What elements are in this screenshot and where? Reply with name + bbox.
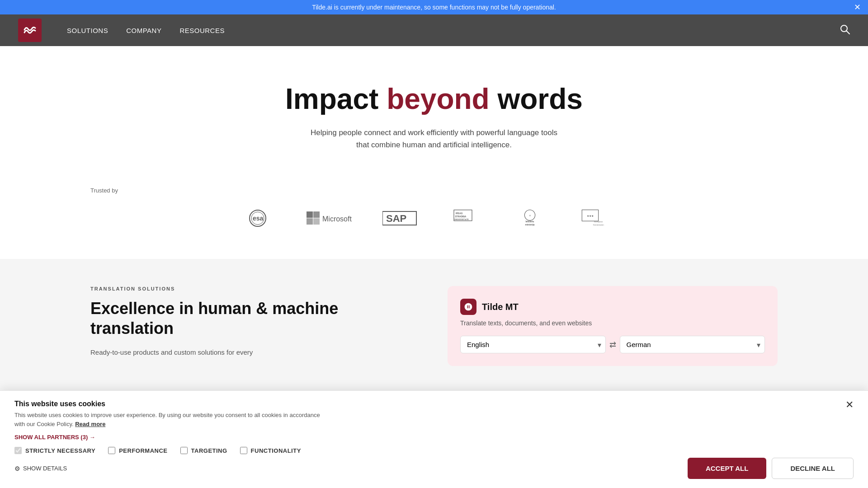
tilde-mt-icon xyxy=(460,299,476,315)
partner-microsoft: Microsoft xyxy=(307,205,361,232)
logo[interactable] xyxy=(18,19,42,42)
svg-text:ministrija: ministrija xyxy=(525,224,535,226)
svg-text:European: European xyxy=(594,221,603,223)
trusted-section: Trusted by esa Microsoft SAP xyxy=(0,178,868,259)
from-language-wrapper: English German French Spanish Latvian xyxy=(460,336,606,353)
translation-solutions-title: Excellence in human & machine translatio… xyxy=(90,299,420,338)
logo-text xyxy=(22,21,38,40)
hero-headline-after: words xyxy=(490,83,583,115)
hero-subtext-line2: that combine human and artificial intell… xyxy=(356,141,512,149)
hero-subtext: Helping people connect and work efficien… xyxy=(18,127,850,151)
tilde-mt-title: Tilde MT xyxy=(482,302,519,312)
svg-text:⚜: ⚜ xyxy=(529,214,531,217)
hero-headline-highlight: beyond xyxy=(387,83,490,115)
svg-text:STRADIŅA: STRADIŅA xyxy=(455,216,466,218)
to-language-wrapper: German English French Spanish Latvian xyxy=(620,336,765,353)
tilde-mt-header: Tilde MT xyxy=(460,299,765,315)
svg-line-1 xyxy=(847,31,850,34)
hero-headline-before: Impact xyxy=(285,83,387,115)
svg-text:Microsoft: Microsoft xyxy=(322,215,352,223)
nav-solutions[interactable]: SOLUTIONS xyxy=(60,23,115,38)
svg-rect-7 xyxy=(307,218,313,225)
svg-text:★★★: ★★★ xyxy=(587,215,594,218)
translation-solutions-label: TRANSLATION SOLUTIONS xyxy=(90,286,420,291)
nav-resources[interactable]: RESOURCES xyxy=(172,23,232,38)
svg-text:SAP: SAP xyxy=(386,213,406,224)
svg-rect-6 xyxy=(313,211,320,218)
trusted-label: Trusted by xyxy=(18,187,850,194)
nav-company[interactable]: COMPANY xyxy=(119,23,169,38)
svg-rect-8 xyxy=(313,218,320,225)
partner-iekšlietu: ⚜ Iekšlietu ministrija xyxy=(507,205,552,232)
maintenance-close-button[interactable]: ✕ xyxy=(854,2,861,12)
translation-solutions-section: TRANSLATION SOLUTIONS Excellence in huma… xyxy=(0,259,868,393)
header: SOLUTIONS COMPANY RESOURCES xyxy=(0,14,868,46)
partner-sap: SAP xyxy=(382,205,419,232)
search-button[interactable] xyxy=(840,24,850,37)
svg-text:RĪGAS: RĪGAS xyxy=(456,212,463,215)
tilde-mt-subtitle: Translate texts, documents, and even web… xyxy=(460,319,765,327)
from-language-select[interactable]: English German French Spanish Latvian xyxy=(460,336,606,353)
partner-esa: esa xyxy=(249,205,285,232)
partner-eu: ★★★ European Commission xyxy=(574,205,619,232)
swap-languages-button[interactable]: ⇄ xyxy=(609,340,616,350)
translation-solutions-right: Tilde MT Translate texts, documents, and… xyxy=(448,286,778,366)
translation-solutions-desc: Ready-to-use products and custom solutio… xyxy=(90,347,420,358)
cookie-banner: This website uses cookies This website u… xyxy=(0,390,868,393)
hero-subtext-line1: Helping people connect and work efficien… xyxy=(311,128,557,137)
maintenance-text: Tilde.ai is currently under maintenance,… xyxy=(312,4,556,11)
partners-logos: esa Microsoft SAP RĪGAS xyxy=(18,205,850,232)
to-language-select[interactable]: German English French Spanish Latvian xyxy=(620,336,765,353)
partner-rsu: RĪGAS STRADIŅA UNIVERSITĀTE xyxy=(440,205,486,232)
tilde-mt-card: Tilde MT Translate texts, documents, and… xyxy=(448,286,778,366)
svg-rect-5 xyxy=(307,211,313,218)
svg-text:Iekšlietu: Iekšlietu xyxy=(526,221,534,223)
language-selector-row: English German French Spanish Latvian ⇄ … xyxy=(460,336,765,353)
svg-text:Commission: Commission xyxy=(593,224,604,226)
main-nav: SOLUTIONS COMPANY RESOURCES xyxy=(60,23,840,38)
maintenance-banner: Tilde.ai is currently under maintenance,… xyxy=(0,0,868,14)
translation-solutions-left: TRANSLATION SOLUTIONS Excellence in huma… xyxy=(90,286,420,357)
svg-text:esa: esa xyxy=(253,215,264,222)
svg-text:UNIVERSITĀTE: UNIVERSITĀTE xyxy=(454,218,469,221)
hero-section: Impact beyond words Helping people conne… xyxy=(0,46,868,178)
logo-box xyxy=(18,19,42,42)
hero-headline: Impact beyond words xyxy=(18,82,850,116)
